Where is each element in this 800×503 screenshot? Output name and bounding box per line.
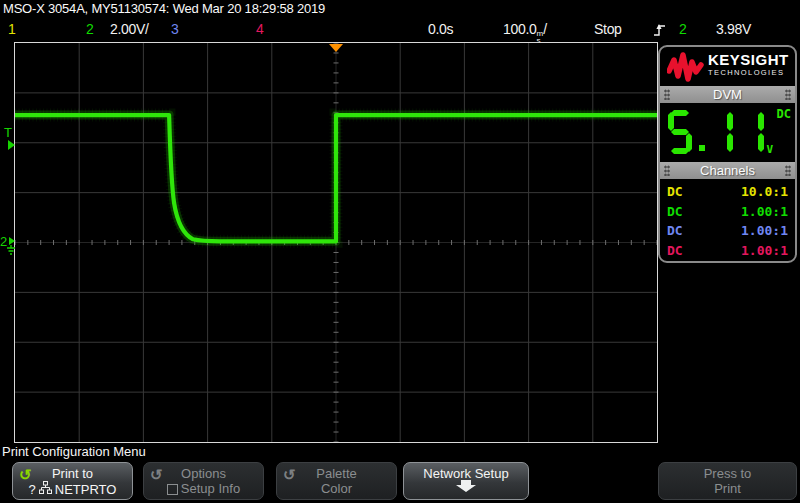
trigger-level-marker[interactable]: T	[4, 127, 12, 139]
softkey-network-setup[interactable]: Network Setup	[403, 462, 529, 500]
waveform-trace	[15, 115, 657, 241]
system-id-text: MSO-X 3054A, MY51130574: Wed Mar 20 18:2…	[3, 1, 325, 16]
channel-2-button[interactable]: 2	[86, 21, 94, 37]
coupling-label: DC	[667, 221, 683, 241]
coupling-label: DC	[667, 241, 683, 261]
setup-info-checkbox[interactable]	[167, 484, 178, 495]
ground-marker-channel-number: 2	[0, 234, 7, 249]
channel-2-scale[interactable]: 2.00V/	[110, 21, 149, 37]
waveform-display[interactable]	[14, 42, 658, 443]
checkbox-label: Setup Info	[181, 481, 240, 497]
probe-ratio: 1.00:1	[741, 221, 788, 241]
timebase-readout[interactable]: 100.0ms/	[503, 21, 547, 44]
cycle-icon: ↺	[19, 467, 32, 482]
printer-name: NETPRTO	[55, 482, 117, 498]
menu-title: Print Configuration Menu	[2, 444, 146, 459]
trigger-time-marker[interactable]	[329, 44, 343, 52]
brand-logo: KEYSIGHT TECHNOLOGIES	[660, 47, 795, 86]
softkey-value: Color	[321, 481, 352, 497]
softkey-palette[interactable]: ↺ Palette Color	[276, 462, 397, 500]
statusbar: 1 2 2.00V/ 3 4 0.0s 100.0ms/ Stop 2 3.98…	[0, 18, 800, 42]
channel-row-4: DC 1.00:1	[660, 241, 795, 261]
oscilloscope-screen: MSO-X 3054A, MY51130574: Wed Mar 20 18:2…	[0, 0, 800, 503]
channels-header[interactable]: Channels	[660, 162, 795, 179]
channel-1-button[interactable]: 1	[8, 21, 16, 37]
softkey-label: Press to	[659, 466, 796, 481]
cycle-icon: ↺	[283, 467, 296, 482]
brand-name: KEYSIGHT	[708, 52, 789, 68]
ground-marker-arrow-icon	[9, 237, 15, 245]
cycle-icon: ↺	[150, 467, 163, 482]
dvm-mode: DC	[777, 107, 791, 121]
acquisition-status[interactable]: Stop	[594, 21, 622, 37]
channels-title: Channels	[700, 163, 755, 178]
trigger-level-label: T	[4, 125, 12, 140]
probe-ratio: 1.00:1	[741, 241, 788, 261]
network-printer-icon	[39, 481, 52, 498]
arrow-down-icon	[452, 480, 480, 497]
softkey-label: Network Setup	[404, 466, 528, 481]
softkey-print-to[interactable]: ↺ Print to ? NETPRTO	[12, 462, 133, 500]
probe-ratio: 10.0:1	[741, 182, 788, 202]
drag-grip-icon[interactable]	[785, 89, 791, 100]
brand-subtitle: TECHNOLOGIES	[708, 68, 789, 77]
edge-trigger-icon	[653, 22, 668, 41]
channel-3-button[interactable]: 3	[171, 21, 179, 37]
channel-row-3: DC 1.00:1	[660, 221, 795, 241]
channel-row-1: DC 10.0:1	[660, 182, 795, 202]
channels-list: DC 10.0:1 DC 1.00:1 DC 1.00:1 DC 1.00:1	[660, 179, 795, 260]
horizontal-delay-readout[interactable]: 0.0s	[428, 21, 453, 37]
probe-ratio: 1.00:1	[741, 202, 788, 222]
softkey-press-to-print[interactable]: Press to Print	[658, 462, 797, 500]
softkey-value: Print	[714, 481, 741, 497]
question-mark: ?	[29, 482, 36, 498]
dvm-title: DVM	[713, 87, 742, 102]
ground-symbol-icon	[7, 245, 15, 254]
sidebar-panel: KEYSIGHT TECHNOLOGIES DVM DC V Channels …	[658, 45, 797, 263]
trigger-level-readout[interactable]: 3.98V	[716, 21, 751, 37]
channel-4-button[interactable]: 4	[256, 21, 264, 37]
channel-2-ground-marker[interactable]: 2	[0, 231, 20, 261]
trigger-source-readout[interactable]: 2	[679, 21, 687, 37]
graticule	[15, 43, 657, 442]
drag-grip-icon[interactable]	[785, 165, 791, 176]
titlebar: MSO-X 3054A, MY51130574: Wed Mar 20 18:2…	[3, 1, 325, 18]
keysight-spark-icon	[667, 52, 704, 86]
channel-row-2: DC 1.00:1	[660, 202, 795, 222]
dvm-value	[666, 107, 770, 159]
drag-grip-icon[interactable]	[664, 89, 670, 100]
drag-grip-icon[interactable]	[664, 165, 670, 176]
coupling-label: DC	[667, 182, 683, 202]
dvm-unit: V	[766, 143, 773, 156]
dvm-header[interactable]: DVM	[660, 86, 795, 103]
coupling-label: DC	[667, 202, 683, 222]
softkey-options[interactable]: ↺ Options Setup Info	[143, 462, 264, 500]
trigger-level-arrow-icon	[8, 140, 15, 150]
dvm-display: DC V	[660, 103, 795, 162]
